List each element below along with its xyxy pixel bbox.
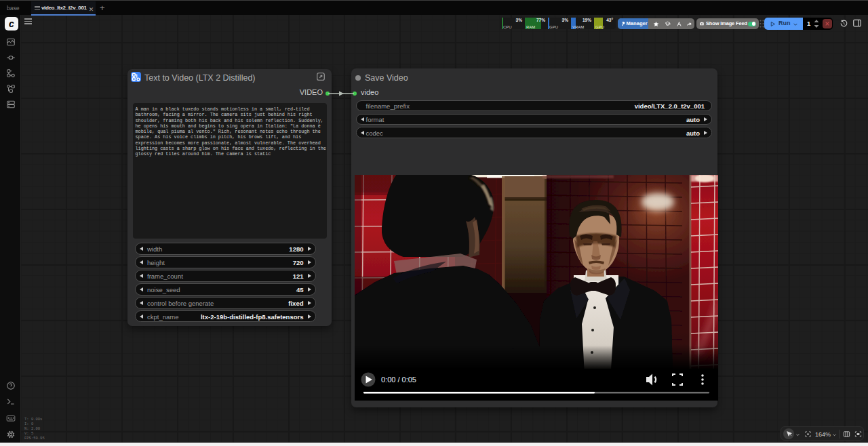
svg-text:0:00 / 0:05: 0:00 / 0:05	[381, 376, 416, 384]
